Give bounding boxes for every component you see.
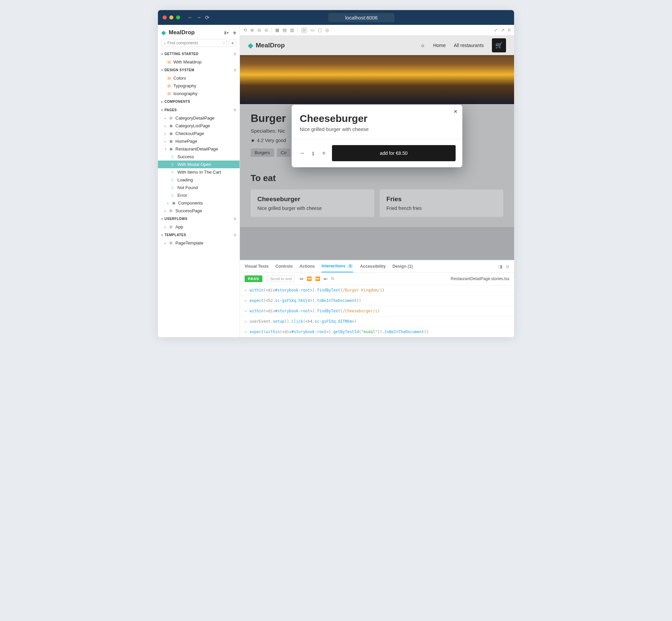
- browser-window: ← → ⟳ localhost:6006 ◆ MealDrop ▮● ◉ ⌕ F…: [158, 10, 514, 337]
- step-back-icon[interactable]: ⏪: [307, 277, 312, 281]
- trace-row[interactable]: ✓ within(<div#storybook-root>).findByTex…: [240, 285, 514, 296]
- chevron-down-icon: ▾: [161, 109, 163, 112]
- add-to-cart-button[interactable]: add for €8.50: [332, 145, 456, 161]
- forward-button[interactable]: →: [196, 14, 202, 21]
- sidebar-item-success[interactable]: ▯Success: [158, 153, 240, 161]
- zoom-reset-icon[interactable]: ⊘: [265, 28, 268, 33]
- chevron-down-icon: ▾: [161, 217, 163, 221]
- grid-icon[interactable]: ▤: [283, 28, 287, 33]
- document-icon: ▤: [167, 84, 171, 88]
- expand-icon[interactable]: ⇅: [234, 233, 237, 237]
- fullscreen-icon[interactable]: ⤢: [494, 28, 498, 33]
- scroll-to-end-button[interactable]: Scroll to end: [267, 276, 295, 282]
- section-components[interactable]: ▸ Components: [158, 97, 240, 106]
- go-end-icon[interactable]: ⏭: [324, 277, 328, 281]
- tab-design[interactable]: Design (1): [392, 261, 412, 272]
- sidebar-item-with-modal-open[interactable]: ▯With Modal Open: [158, 161, 240, 168]
- sidebar-item-homepage[interactable]: ▸▣HomePage: [158, 137, 240, 145]
- go-start-icon[interactable]: ⏮: [300, 277, 304, 281]
- theme-toggle-icon[interactable]: ○: [301, 27, 307, 33]
- search-input[interactable]: ⌕ Find components /: [161, 39, 227, 47]
- panel-position-icon[interactable]: ◨: [498, 264, 502, 269]
- tab-interactions[interactable]: Interactions 5: [322, 260, 353, 273]
- measure-icon[interactable]: ▭: [311, 28, 315, 33]
- sidebar-item-successpage[interactable]: ▸⊞SuccessPage: [158, 207, 240, 215]
- sidebar-item-loading[interactable]: ▯Loading: [158, 176, 240, 184]
- modal-title: Cheeseburger: [300, 113, 454, 124]
- a11y-vision-icon[interactable]: ◎: [325, 28, 329, 33]
- trace-row[interactable]: ✓ userEvent.setup().click(<h4.sc-gsFSXq.…: [240, 316, 514, 327]
- expand-icon[interactable]: ⇅: [234, 217, 237, 221]
- sidebar-item-rdp-components[interactable]: ▸▣Components: [158, 199, 240, 207]
- sidebar-item-typography[interactable]: ▤Typography: [158, 82, 240, 90]
- reload-button[interactable]: ⟳: [205, 14, 209, 21]
- create-button[interactable]: +: [229, 39, 236, 47]
- sidebar-item-restaurantdetailpage[interactable]: ▾▣RestaurantDetailPage: [158, 145, 240, 153]
- viewport-icon[interactable]: ▥: [290, 28, 294, 33]
- open-tab-icon[interactable]: ↗: [501, 28, 505, 33]
- sidebar-item-not-found[interactable]: ▯Not Found: [158, 184, 240, 192]
- chevron-right-icon: ▸: [165, 242, 167, 245]
- chevron-right-icon: ▸: [161, 100, 163, 104]
- close-modal-button[interactable]: ✕: [453, 109, 458, 114]
- chevron-down-icon: ▾: [161, 69, 163, 72]
- section-pages[interactable]: ▾ Pages ⇅: [158, 106, 240, 114]
- trace-row[interactable]: ✓ within(<div#storybook-root>).findByTex…: [240, 306, 514, 316]
- qty-increase-button[interactable]: +: [322, 150, 326, 157]
- sidebar-item-with-items-in-cart[interactable]: ▯With Items In The Cart: [158, 168, 240, 176]
- qty-decrease-button[interactable]: −: [301, 150, 305, 157]
- zoom-out-icon[interactable]: ⊖: [258, 28, 261, 33]
- section-getting-started[interactable]: ▾ Getting Started ⇅: [158, 50, 240, 58]
- tests-status-icon[interactable]: ▮●: [224, 30, 229, 35]
- sidebar-item-error[interactable]: ▯Error: [158, 192, 240, 199]
- addon-tabs: Visual Tests Controls Actions Interactio…: [240, 260, 514, 273]
- step-forward-icon[interactable]: ⏩: [315, 277, 320, 281]
- mealdrop-logo-icon: ◆: [161, 29, 166, 36]
- grid-icon: ⊞: [169, 116, 173, 120]
- interactions-trace: ✓ within(<div#storybook-root>).findByTex…: [240, 285, 514, 337]
- back-button[interactable]: ←: [188, 14, 193, 21]
- minimize-window-button[interactable]: [169, 15, 173, 19]
- tab-visual-tests[interactable]: Visual Tests: [245, 261, 269, 272]
- tab-controls[interactable]: Controls: [276, 261, 293, 272]
- titlebar: ← → ⟳ localhost:6006: [158, 10, 514, 25]
- sidebar-item-categorydetailpage[interactable]: ▸⊞CategoryDetailPage: [158, 114, 240, 122]
- section-templates[interactable]: ▾ Templates ⇅: [158, 231, 240, 239]
- chevron-right-icon: ▸: [167, 202, 170, 205]
- tab-actions[interactable]: Actions: [300, 261, 315, 272]
- expand-icon[interactable]: ⇅: [234, 52, 237, 56]
- expand-icon[interactable]: ⇅: [234, 68, 237, 72]
- sidebar-item-pagetemplate[interactable]: ▸⊞PageTemplate: [158, 239, 240, 247]
- maximize-window-button[interactable]: [176, 15, 180, 19]
- expand-icon[interactable]: ⇅: [234, 108, 237, 112]
- remount-icon[interactable]: ⟲: [243, 28, 247, 33]
- folder-icon: ▣: [172, 201, 176, 205]
- replay-icon[interactable]: ↻: [331, 277, 334, 281]
- sidebar-item-colors[interactable]: ▤Colors: [158, 74, 240, 82]
- sidebar-item-iconography[interactable]: ▤Iconography: [158, 90, 240, 97]
- sidebar-item-checkoutpage[interactable]: ▸▣CheckoutPage: [158, 130, 240, 137]
- chevron-right-icon: ▸: [165, 209, 167, 213]
- trace-row[interactable]: ✓ expect(within(<div#storybook-root>).ge…: [240, 327, 514, 337]
- zoom-in-icon[interactable]: ⊕: [250, 28, 254, 33]
- document-icon: ▤: [167, 60, 171, 64]
- sidebar-item-categorylistpage[interactable]: ▸▣CategoryListPage: [158, 122, 240, 130]
- url-bar[interactable]: localhost:6006: [328, 13, 394, 22]
- sidebar-item-with-mealdrop[interactable]: ▤ With Mealdrop: [158, 58, 240, 66]
- section-design-system[interactable]: ▾ Design System ⇅: [158, 66, 240, 74]
- outline-icon[interactable]: ▢: [318, 28, 322, 33]
- close-window-button[interactable]: [163, 15, 167, 19]
- section-userflows[interactable]: ▾ Userflows ⇅: [158, 215, 240, 223]
- background-icon[interactable]: ▦: [275, 28, 279, 33]
- bookmark-icon: ▯: [171, 155, 175, 159]
- addons-panel: Visual Tests Controls Actions Interactio…: [240, 260, 514, 337]
- sidebar-item-app[interactable]: ▸⊞App: [158, 223, 240, 231]
- status-dot-icon[interactable]: ◉: [233, 30, 236, 35]
- trace-row[interactable]: ✓ expect(<h2.sc-gsFSXq.hkUjX>).toBeInThe…: [240, 296, 514, 306]
- panel-close-icon[interactable]: ⊘: [506, 264, 509, 269]
- document-icon: ▤: [167, 76, 171, 80]
- story-preview: ◆ MealDrop ☼ Home All restaurants 🛒 Burg…: [240, 36, 514, 260]
- document-icon: ▤: [167, 91, 171, 96]
- tab-accessibility[interactable]: Accessibility: [360, 261, 385, 272]
- link-icon[interactable]: ⎘: [508, 28, 511, 33]
